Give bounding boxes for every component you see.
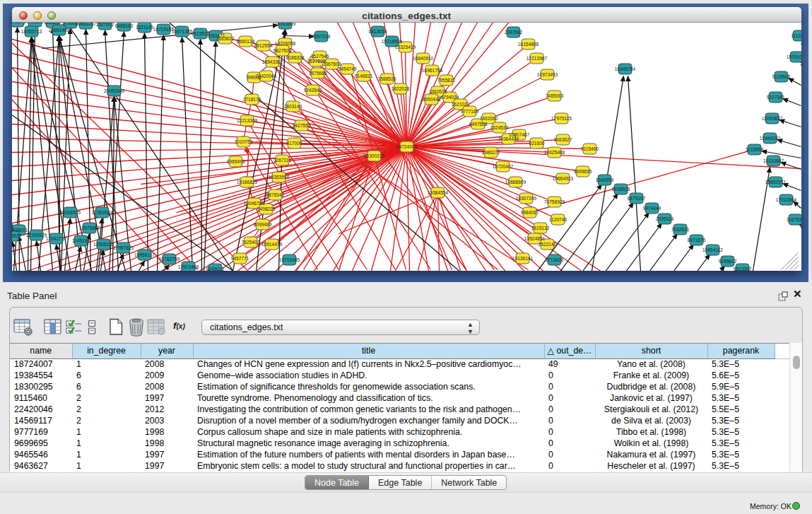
- svg-text:9242843: 9242843: [304, 87, 322, 92]
- svg-text:6466160: 6466160: [115, 23, 134, 28]
- svg-text:6497568: 6497568: [469, 121, 488, 126]
- svg-text:16914479: 16914479: [261, 241, 283, 246]
- svg-text:16671355: 16671355: [172, 28, 193, 33]
- svg-text:5498222: 5498222: [257, 206, 276, 211]
- svg-text:7462060: 7462060: [480, 115, 498, 120]
- svg-text:12505115: 12505115: [93, 241, 114, 246]
- svg-text:9777169: 9777169: [461, 108, 479, 113]
- svg-text:19384554: 19384554: [428, 189, 449, 194]
- svg-text:17010504: 17010504: [776, 197, 797, 201]
- svg-text:8471676: 8471676: [688, 237, 706, 242]
- svg-text:7625402: 7625402: [242, 239, 260, 244]
- svg-text:20691406: 20691406: [49, 27, 70, 32]
- svg-text:9827503: 9827503: [273, 47, 292, 52]
- svg-text:20364436: 20364436: [498, 136, 519, 141]
- svg-text:10025488: 10025488: [544, 149, 565, 154]
- svg-text:2718176: 2718176: [243, 96, 261, 101]
- svg-text:6879197: 6879197: [628, 195, 646, 200]
- svg-text:9227341: 9227341: [767, 94, 785, 99]
- svg-text:16543362: 16543362: [262, 59, 283, 64]
- svg-text:3875685: 3875685: [309, 70, 327, 75]
- svg-text:1965493: 1965493: [227, 158, 245, 163]
- svg-text:8813054: 8813054: [369, 28, 387, 33]
- svg-text:7955812: 7955812: [437, 77, 456, 82]
- svg-text:9146821: 9146821: [355, 73, 373, 78]
- svg-text:2087682: 2087682: [505, 29, 523, 34]
- svg-text:13353594: 13353594: [269, 174, 290, 179]
- svg-text:1167534: 1167534: [787, 216, 801, 221]
- svg-text:9129906: 9129906: [772, 74, 791, 78]
- svg-text:15300215: 15300215: [364, 153, 385, 158]
- svg-text:18307249: 18307249: [516, 195, 537, 200]
- svg-text:1010753: 1010753: [235, 139, 253, 144]
- svg-text:8245012: 8245012: [206, 266, 225, 270]
- svg-text:2143071: 2143071: [12, 23, 27, 24]
- svg-text:9523367: 9523367: [734, 266, 752, 270]
- svg-text:17353924: 17353924: [92, 209, 113, 214]
- svg-text:621600: 621600: [529, 140, 544, 145]
- svg-text:18720407: 18720407: [493, 163, 514, 168]
- svg-text:19654923: 19654923: [553, 175, 574, 180]
- svg-text:6794024: 6794024: [441, 94, 459, 99]
- svg-text:10853257: 10853257: [76, 23, 97, 26]
- svg-text:7663822: 7663822: [216, 35, 235, 40]
- svg-text:16053809: 16053809: [275, 23, 296, 26]
- svg-text:18724007: 18724007: [396, 144, 418, 148]
- svg-text:1624534: 1624534: [490, 124, 509, 129]
- svg-text:16782759: 16782759: [159, 256, 180, 261]
- svg-text:10654112: 10654112: [702, 247, 723, 252]
- svg-text:8938928: 8938928: [612, 186, 630, 191]
- svg-text:10046788: 10046788: [244, 200, 265, 205]
- svg-text:20206535: 20206535: [60, 209, 81, 214]
- svg-text:9984067: 9984067: [521, 209, 539, 214]
- svg-text:1183217: 1183217: [44, 23, 62, 25]
- svg-text:2803144: 2803144: [284, 103, 302, 108]
- svg-text:1527546: 1527546: [311, 53, 329, 58]
- svg-text:15751074: 15751074: [787, 54, 801, 59]
- svg-text:70756928: 70756928: [544, 199, 565, 204]
- svg-text:8099489: 8099489: [254, 221, 272, 226]
- svg-text:12942737: 12942737: [46, 235, 67, 240]
- svg-text:15716485: 15716485: [279, 257, 300, 262]
- svg-text:1527602: 1527602: [96, 23, 114, 27]
- svg-text:16640910: 16640910: [413, 55, 434, 60]
- svg-text:12093832: 12093832: [762, 115, 783, 120]
- svg-text:7485063: 7485063: [546, 93, 564, 98]
- svg-text:8878342: 8878342: [266, 192, 285, 197]
- svg-text:12150829: 12150829: [26, 232, 47, 237]
- svg-text:1120746: 1120746: [549, 216, 567, 221]
- svg-text:7357234: 7357234: [312, 33, 331, 38]
- svg-text:16648784: 16648784: [615, 66, 636, 71]
- svg-text:1640954: 1640954: [596, 177, 614, 182]
- svg-text:9435001: 9435001: [12, 227, 28, 232]
- svg-text:8912954: 8912954: [254, 42, 273, 47]
- svg-text:9457771: 9457771: [231, 255, 249, 260]
- svg-text:1713426: 1713426: [546, 257, 564, 262]
- svg-text:17957825: 17957825: [113, 245, 134, 250]
- svg-text:1145197: 1145197: [72, 238, 90, 243]
- svg-text:14055713: 14055713: [21, 28, 42, 33]
- svg-text:8660124: 8660124: [237, 38, 255, 43]
- svg-text:13325419: 13325419: [395, 44, 416, 49]
- svg-text:754201: 754201: [12, 225, 14, 230]
- svg-text:9474444: 9474444: [643, 205, 661, 210]
- svg-text:15692971: 15692971: [765, 179, 787, 184]
- svg-text:1615132: 1615132: [531, 225, 550, 230]
- svg-text:13524851: 13524851: [524, 235, 546, 240]
- svg-text:3915527: 3915527: [12, 233, 22, 238]
- svg-text:12923468: 12923468: [178, 264, 199, 269]
- svg-text:17975115: 17975115: [551, 115, 572, 120]
- svg-text:12444192: 12444192: [760, 135, 781, 140]
- svg-text:10688609: 10688609: [505, 179, 526, 184]
- svg-text:8990448: 8990448: [423, 96, 441, 101]
- svg-text:1822028: 1822028: [392, 86, 410, 90]
- svg-text:14136141: 14136141: [512, 255, 534, 260]
- svg-text:23420046: 23420046: [256, 73, 277, 78]
- svg-text:2367608: 2367608: [323, 61, 341, 66]
- svg-text:1362615: 1362615: [429, 88, 447, 93]
- svg-text:906331: 906331: [27, 23, 42, 24]
- svg-text:12213369: 12213369: [237, 117, 258, 122]
- svg-text:1112207: 1112207: [791, 33, 801, 37]
- svg-text:2522140: 2522140: [539, 241, 557, 246]
- svg-text:3267110: 3267110: [273, 157, 292, 162]
